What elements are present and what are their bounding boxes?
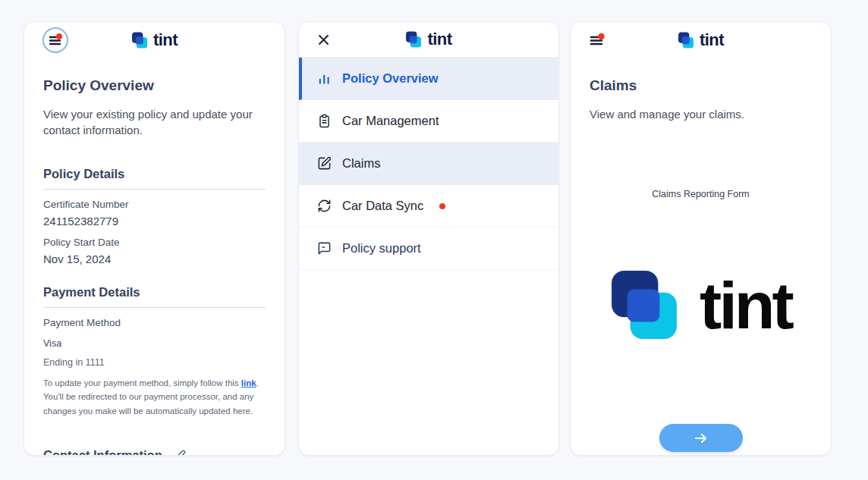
menu-item-label: Car Management	[342, 114, 439, 128]
menu-item-label: Claims	[342, 156, 380, 171]
menu-button[interactable]	[589, 33, 605, 48]
field-label: Certificate Number	[43, 199, 266, 210]
divider	[43, 307, 266, 308]
field-label: Payment Method	[43, 317, 266, 328]
forward-arrow-icon	[693, 432, 709, 444]
menu-item-label: Car Data Sync	[342, 199, 423, 213]
claims-reporting-form-label: Claims Reporting Form	[590, 189, 812, 199]
close-menu-button[interactable]	[317, 33, 330, 46]
message-icon	[317, 241, 332, 256]
menu-item-label: Policy Overview	[342, 71, 439, 86]
menu-item-car-management[interactable]: Car Management	[299, 100, 558, 143]
page-subtitle: View your existing policy and update you…	[43, 106, 266, 139]
sync-icon	[317, 199, 332, 213]
menu-item-label: Policy support	[342, 241, 421, 256]
menu-list: Policy Overview Car Management Claims	[299, 58, 558, 270]
brand-wordmark: tint	[428, 30, 452, 49]
note-text: To update your payment method, simply fo…	[43, 378, 241, 387]
section-heading: Payment Details	[43, 285, 266, 300]
payment-note: To update your payment method, simply fo…	[43, 376, 266, 419]
menu-item-car-data-sync[interactable]: Car Data Sync	[299, 185, 558, 227]
clipboard-icon	[317, 114, 332, 128]
square-pen-icon	[317, 156, 332, 171]
page-title: Claims	[590, 77, 812, 94]
menu-item-policy-support[interactable]: Policy support	[299, 227, 558, 270]
payment-details-section: Payment Details Payment Method Visa Endi…	[43, 285, 266, 419]
brand-wordmark-large: tint	[700, 275, 791, 335]
tint-logo-icon	[610, 269, 678, 340]
claims-panel: tint Claims View and manage your claims.…	[570, 21, 832, 456]
tint-logo: tint	[131, 30, 178, 50]
panel-header: tint	[299, 22, 558, 58]
panel-header: tint	[24, 22, 285, 58]
section-heading: Policy Details	[43, 167, 266, 181]
tint-logo-large: tint	[590, 269, 812, 340]
tint-logo-icon	[406, 31, 422, 48]
policy-overview-panel: tint Policy Overview View your existing …	[24, 21, 285, 456]
tint-logo: tint	[678, 30, 724, 50]
pencil-icon	[174, 450, 186, 456]
bar-chart-icon	[317, 71, 332, 86]
brand-wordmark: tint	[153, 30, 178, 50]
field-label: Policy Start Date	[43, 237, 266, 248]
card-ending-value: Ending in 1111	[43, 357, 266, 368]
edit-contact-button[interactable]	[174, 450, 186, 456]
brand-wordmark: tint	[700, 30, 724, 50]
menu-item-claims[interactable]: Claims	[299, 143, 558, 185]
next-button[interactable]	[659, 424, 743, 452]
navigation-menu-panel: tint Policy Overview Car Management	[298, 21, 559, 456]
hamburger-icon	[589, 33, 605, 48]
menu-item-policy-overview[interactable]: Policy Overview	[299, 58, 558, 100]
notification-dot	[56, 33, 62, 39]
notification-dot	[598, 33, 604, 39]
menu-button[interactable]	[42, 27, 68, 53]
close-icon	[317, 33, 330, 46]
page-title: Policy Overview	[43, 77, 266, 94]
policy-details-section: Policy Details Certificate Number 241152…	[43, 167, 266, 265]
hamburger-icon	[48, 33, 63, 48]
payment-method-value: Visa	[43, 338, 266, 349]
field-value: 241152382779	[43, 215, 266, 227]
payment-update-link[interactable]: link	[241, 378, 256, 387]
tint-logo: tint	[406, 30, 452, 49]
tint-logo-icon	[678, 32, 693, 49]
contact-information-section: Contact Information Host Name	[43, 448, 266, 456]
divider	[43, 189, 266, 190]
notification-dot	[439, 203, 445, 209]
tint-logo-icon	[131, 32, 147, 49]
page-subtitle: View and manage your claims.	[590, 106, 812, 122]
panel-header: tint	[571, 22, 831, 58]
section-heading: Contact Information	[43, 448, 162, 456]
field-value: Nov 15, 2024	[43, 253, 266, 265]
